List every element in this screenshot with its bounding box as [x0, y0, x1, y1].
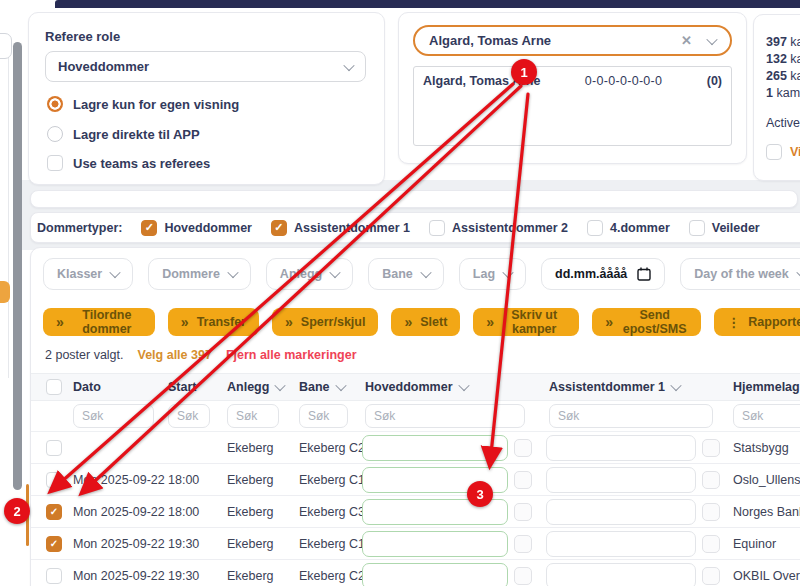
search-dato-input[interactable] — [73, 404, 154, 428]
save-to-app-radio[interactable]: Lagre direkte til APP — [47, 126, 200, 142]
referee-list-item[interactable]: Algard, Tomas Arne 0-0-0-0-0-0-0 (0) — [423, 74, 722, 88]
lock-checkbox[interactable] — [514, 471, 532, 489]
col-start[interactable]: Start — [162, 380, 221, 394]
vis-checkbox-row[interactable]: Vis ledige — [766, 144, 800, 160]
row-checkbox[interactable] — [46, 440, 62, 456]
hoveddommer-input[interactable] — [362, 467, 508, 493]
match-summary-card: 397 kamper 132 kamper 265 kamper 1 kampe… — [753, 14, 800, 181]
matches-panel: Klasser Dommere Anlegg Bane Lag dd.mm.åå… — [30, 247, 800, 586]
selection-row: 2 poster valgt. Velg alle 397 Fjern alle… — [45, 346, 800, 364]
hoveddommer-input[interactable] — [362, 499, 508, 525]
slett-button[interactable]: Slett — [391, 308, 460, 336]
checkbox-checked-icon — [271, 220, 287, 236]
anlegg-dropdown[interactable]: Anlegg — [266, 258, 353, 290]
day-of-week-dropdown[interactable]: Day of the week — [680, 258, 800, 290]
filter-row: Klasser Dommere Anlegg Bane Lag dd.mm.åå… — [31, 248, 800, 292]
row-checkbox[interactable] — [46, 472, 62, 488]
use-teams-checkbox[interactable]: Use teams as referees — [47, 155, 210, 171]
lock-checkbox[interactable] — [702, 439, 720, 457]
lock-checkbox[interactable] — [702, 471, 720, 489]
dommere-dropdown[interactable]: Dommere — [148, 258, 251, 290]
table-search-row — [31, 401, 800, 432]
hoveddommer-input[interactable] — [362, 531, 508, 557]
clear-icon[interactable]: ✕ — [681, 33, 708, 48]
assistentdommer-input[interactable] — [546, 499, 696, 525]
search-hoveddommer-input[interactable] — [365, 404, 525, 428]
col-dato[interactable]: Dato — [67, 380, 162, 394]
lock-checkbox[interactable] — [514, 535, 532, 553]
select-all-checkbox[interactable] — [46, 379, 62, 395]
lag-dropdown[interactable]: Lag — [459, 258, 526, 290]
tilordne-dommer-button[interactable]: Tilordne dommer — [43, 308, 155, 336]
vis-label: Vis ledige — [790, 145, 800, 159]
cell-anlegg: Ekeberg — [221, 537, 293, 551]
date-input[interactable]: dd.mm.åååå — [541, 258, 665, 290]
cell-anlegg: Ekeberg — [221, 505, 293, 519]
search-bane-input[interactable] — [299, 404, 348, 428]
send-epost-sms-button[interactable]: Send epost/SMS — [592, 308, 701, 336]
vertical-scrollbar[interactable] — [13, 42, 22, 490]
referee-combobox[interactable]: Algard, Tomas Arne ✕ — [413, 25, 732, 56]
selection-count: 2 poster valgt. — [45, 348, 124, 362]
lock-checkbox[interactable] — [514, 439, 532, 457]
cell-dato: Mon 2025-09-22 — [67, 473, 162, 487]
row-checkbox-checked[interactable] — [46, 504, 62, 520]
assistentdommer-input[interactable] — [546, 563, 696, 586]
checkbox-checked-icon — [141, 220, 157, 236]
filter-assistentdommer2[interactable]: Assistentdommer 2 — [429, 220, 568, 236]
cell-bane: Ekeberg C1 — [293, 473, 359, 487]
row-checkbox[interactable] — [46, 568, 62, 584]
clear-selection-link[interactable]: Fjern alle markeringer — [226, 348, 357, 362]
hoveddommer-input[interactable] — [362, 435, 508, 461]
side-orange-tab[interactable] — [0, 281, 10, 303]
save-own-view-radio[interactable]: Lagre kun for egen visning — [47, 96, 239, 112]
cell-anlegg: Ekeberg — [221, 441, 293, 455]
lock-checkbox[interactable] — [514, 503, 532, 521]
collapsed-side-tab[interactable] — [0, 33, 12, 59]
cell-bane: Ekeberg C1 — [293, 537, 359, 551]
rapporter-button[interactable]: Rapporter — [714, 308, 800, 336]
col-assistentdommer1[interactable]: Assistentdommer 1 — [543, 380, 727, 394]
col-hoveddommer[interactable]: Hoveddommer — [359, 380, 543, 394]
search-start-input[interactable] — [168, 404, 210, 428]
referee-role-select[interactable]: Hoveddommer — [45, 51, 366, 82]
filter-assistentdommer1[interactable]: Assistentdommer 1 — [271, 220, 410, 236]
hoveddommer-input[interactable] — [362, 563, 508, 586]
cell-bane: Ekeberg C2 — [293, 569, 359, 583]
calendar-icon — [637, 267, 651, 281]
double-chevron-icon — [285, 314, 293, 330]
filter-hoveddommer[interactable]: Hoveddommer — [141, 220, 252, 236]
chevron-down-icon — [227, 267, 238, 278]
bane-dropdown[interactable]: Bane — [368, 258, 444, 290]
cell-hjemmelag: Equinor — [727, 537, 800, 551]
assistentdommer-input[interactable] — [546, 435, 696, 461]
filter-veileder[interactable]: Veileder — [689, 220, 760, 236]
skriv-ut-kamper-button[interactable]: Skriv ut kamper — [473, 308, 579, 336]
lock-checkbox[interactable] — [702, 503, 720, 521]
search-assistentdommer-input[interactable] — [549, 404, 713, 428]
klasser-dropdown[interactable]: Klasser — [43, 258, 133, 290]
row-checkbox-checked[interactable] — [46, 536, 62, 552]
sperr-skjul-button[interactable]: Sperr/skjul — [272, 308, 378, 336]
search-anlegg-input[interactable] — [227, 404, 279, 428]
assistentdommer-input[interactable] — [546, 467, 696, 493]
cell-anlegg: Ekeberg — [221, 473, 293, 487]
lock-checkbox[interactable] — [702, 535, 720, 553]
cell-hjemmelag: Oslo_Ullensaker — [727, 473, 800, 487]
search-hjemmelag-input[interactable] — [733, 404, 800, 428]
filter-4dommer[interactable]: 4.dommer — [587, 220, 670, 236]
transfer-button[interactable]: Transfer — [168, 308, 259, 336]
assistentdommer-input[interactable] — [546, 531, 696, 557]
col-anlegg[interactable]: Anlegg — [221, 380, 293, 394]
col-bane[interactable]: Bane — [293, 380, 359, 394]
lock-checkbox[interactable] — [514, 567, 532, 585]
table-header: Dato Start Anlegg Bane Hoveddommer Assis… — [31, 373, 800, 401]
col-hjemmelag[interactable]: Hjemmelag — [727, 380, 800, 394]
chevron-down-icon[interactable] — [706, 33, 717, 44]
referee-role-label: Referee role — [45, 29, 120, 44]
lock-checkbox[interactable] — [702, 567, 720, 585]
table-row-selected: Mon 2025-09-22 19:30 Ekeberg Ekeberg C1 … — [31, 528, 800, 560]
double-chevron-icon — [404, 314, 412, 330]
cell-start: 19:30 — [162, 537, 221, 551]
select-all-link[interactable]: Velg alle 397 — [138, 348, 212, 362]
